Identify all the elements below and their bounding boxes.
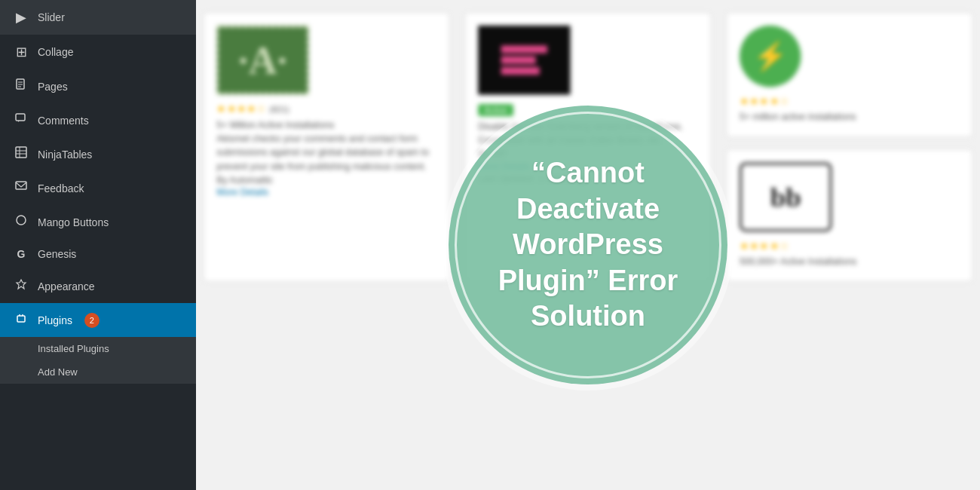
lightning-stars: ★★★★☆: [740, 95, 960, 107]
elementor-logo: [478, 26, 570, 95]
feedback-icon: [12, 180, 30, 196]
akismet-author: By Automattic: [216, 173, 436, 187]
bbpress-installs: 500,000+ Active Installations: [740, 255, 960, 268]
sidebar-item-label: Appearance: [38, 280, 95, 292]
genesis-icon: G: [12, 248, 30, 260]
sidebar-item-genesis[interactable]: G Genesis: [0, 239, 196, 269]
ninjatables-icon: [12, 146, 30, 162]
comments-icon: [12, 112, 30, 128]
bbpress-stars: ★★★★☆: [740, 239, 960, 251]
svg-rect-9: [16, 182, 26, 189]
active-badge: Active: [478, 104, 513, 116]
sidebar-item-ninjatables[interactable]: NinjaTables: [0, 137, 196, 171]
sidebar-item-label: Mango Buttons: [38, 216, 109, 228]
pages-icon: [12, 78, 30, 94]
svg-rect-4: [16, 114, 25, 121]
plugin-card-lightning: ⚡ ★★★★☆ 5+ million active installations: [727, 13, 972, 137]
wp-main-content: ·A· ★★★★☆ (821) 5+ Million Active Instal…: [196, 0, 980, 490]
sidebar-item-label: Genesis: [38, 248, 76, 260]
sidebar-item-label: Feedback: [38, 182, 84, 194]
sidebar-item-slider[interactable]: ▶ Slider: [0, 0, 196, 35]
sub-item-add-new[interactable]: Add New: [0, 360, 196, 384]
slider-icon: ▶: [12, 9, 30, 26]
wp-sidebar: ▶ Slider ⊞ Collage Pages Comments NinjaT…: [0, 0, 196, 490]
page-background: ▶ Slider ⊞ Collage Pages Comments NinjaT…: [0, 0, 980, 490]
sidebar-item-label: Comments: [38, 115, 89, 127]
plugin-card-akismet: ·A· ★★★★☆ (821) 5+ Million Active Instal…: [204, 13, 449, 282]
sidebar-item-plugins[interactable]: Plugins 2: [0, 303, 196, 337]
sidebar-item-collage[interactable]: ⊞ Collage: [0, 35, 196, 69]
akismet-stars: ★★★★☆ (821): [216, 103, 436, 115]
appearance-icon: [12, 278, 30, 294]
sidebar-item-feedback[interactable]: Feedback: [0, 171, 196, 205]
sidebar-item-appearance[interactable]: Appearance: [0, 269, 196, 303]
sidebar-item-label: Plugins: [38, 314, 72, 326]
sidebar-item-mango-buttons[interactable]: Mango Buttons: [0, 205, 196, 239]
plugins-icon: [12, 312, 30, 328]
svg-point-10: [17, 216, 26, 225]
sidebar-item-label: Collage: [38, 46, 73, 58]
akismet-description: Akismet checks your comments and contact…: [216, 132, 436, 173]
right-column: ⚡ ★★★★☆ 5+ million active installations …: [727, 13, 972, 282]
collage-icon: ⊞: [12, 44, 30, 60]
akismet-logo: ·A·: [216, 26, 308, 95]
sidebar-item-label: Pages: [38, 81, 68, 93]
plugins-badge: 2: [84, 313, 100, 328]
plugin-card-bbpress: bb ★★★★☆ 500,000+ Active Installations: [727, 149, 972, 281]
mango-buttons-icon: [12, 214, 30, 230]
overlay-headline: “Cannot Deactivate WordPress Plugin” Err…: [449, 140, 727, 350]
akismet-more-details[interactable]: More Details: [216, 187, 436, 198]
sidebar-item-label: Slider: [38, 11, 65, 23]
bbpress-logo: bb: [740, 162, 831, 231]
sidebar-item-comments[interactable]: Comments: [0, 103, 196, 137]
svg-rect-11: [17, 316, 25, 322]
plugins-sub-menu: Installed Plugins Add New: [0, 337, 196, 384]
overlay-circle: “Cannot Deactivate WordPress Plugin” Err…: [449, 106, 727, 384]
svg-rect-5: [16, 147, 26, 158]
sidebar-item-pages[interactable]: Pages: [0, 69, 196, 103]
lightning-logo: ⚡: [740, 26, 801, 87]
akismet-installs: 5+ Million Active Installations: [216, 118, 436, 131]
sidebar-item-label: NinjaTables: [38, 149, 92, 161]
sub-item-installed-plugins[interactable]: Installed Plugins: [0, 337, 196, 360]
lightning-installs: 5+ million active installations: [740, 110, 960, 124]
